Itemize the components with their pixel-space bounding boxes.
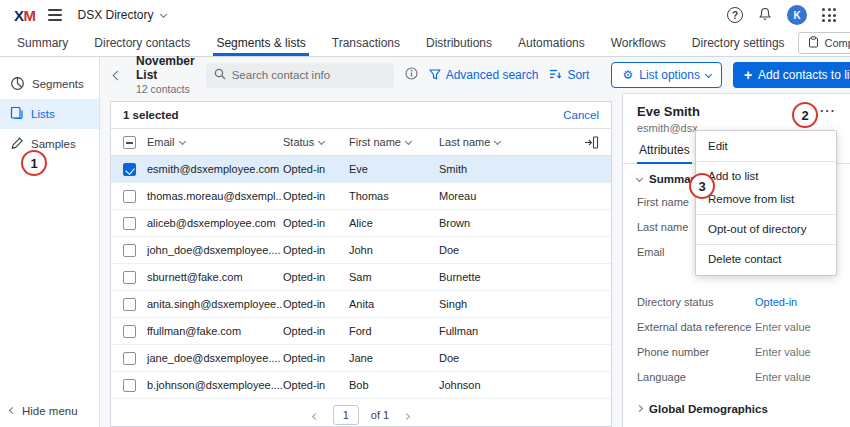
table-row[interactable]: ffullman@fake.com Opted-in Ford Fullman: [111, 318, 611, 345]
tab-directory-settings[interactable]: Directory settings: [679, 30, 798, 56]
annotation-circle-2: 2: [792, 102, 818, 128]
sort-button[interactable]: Sort: [549, 68, 589, 83]
xm-logo-x: X: [14, 7, 24, 24]
tab-summary[interactable]: Summary: [4, 30, 81, 56]
row-checkbox[interactable]: [123, 271, 136, 284]
samples-icon: [10, 136, 24, 152]
column-header-email[interactable]: Email: [147, 136, 283, 148]
field-value-directory-status[interactable]: Opted-in: [755, 296, 797, 308]
gear-icon: ⚙: [622, 69, 633, 81]
tab-segments-and-lists[interactable]: Segments & lists: [203, 30, 318, 56]
advanced-search-button[interactable]: Advanced search: [429, 68, 539, 83]
topbar-actions: ? K: [727, 5, 836, 25]
global-demographics-toggle[interactable]: Global Demographics: [623, 403, 850, 415]
table-row[interactable]: sburnett@fake.com Opted-in Sam Burnette: [111, 264, 611, 291]
menu-item-delete-contact[interactable]: Delete contact: [696, 248, 836, 271]
cell-last-name: Doe: [439, 352, 611, 364]
hamburger-menu-icon[interactable]: [48, 9, 62, 21]
menu-item-remove-from-list[interactable]: Remove from list: [696, 188, 836, 211]
field-value[interactable]: Enter value: [755, 346, 811, 358]
column-header-first-name[interactable]: First name: [349, 136, 439, 148]
field-label: Phone number: [637, 346, 755, 358]
tab-workflows[interactable]: Workflows: [598, 30, 679, 56]
table-row[interactable]: jane_doe@dsxemployee.... Opted-in Jane D…: [111, 345, 611, 372]
row-checkbox[interactable]: [123, 163, 136, 176]
plus-icon: +: [744, 68, 752, 82]
xm-logo-m: M: [24, 7, 36, 24]
table-row[interactable]: thomas.moreau@dsxempl... Opted-in Thomas…: [111, 183, 611, 210]
field-value[interactable]: Enter value: [755, 321, 811, 333]
table-row[interactable]: john_doe@dsxemployee.... Opted-in John D…: [111, 237, 611, 264]
cell-first-name: Sam: [349, 271, 439, 283]
back-chevron-button[interactable]: [110, 64, 125, 86]
cell-last-name: Smith: [439, 163, 611, 175]
table-header-row: Email Status First name Last name: [111, 129, 611, 156]
select-all-checkbox[interactable]: [123, 136, 136, 149]
cell-status: Opted-in: [283, 190, 349, 202]
menu-divider: [696, 244, 836, 245]
search-input[interactable]: [232, 69, 386, 81]
cancel-selection-button[interactable]: Cancel: [563, 109, 599, 121]
field-value[interactable]: Enter value: [755, 371, 811, 383]
directory-switcher[interactable]: DSX Directory: [78, 8, 166, 22]
table-row[interactable]: anita.singh@dsxemployee... Opted-in Anit…: [111, 291, 611, 318]
more-options-button[interactable]: ⋯: [815, 99, 840, 123]
row-checkbox[interactable]: [123, 190, 136, 203]
row-checkbox[interactable]: [123, 298, 136, 311]
column-header-last-name[interactable]: Last name: [439, 136, 569, 148]
add-contacts-to-list-button[interactable]: + Add contacts to list: [733, 62, 850, 88]
notifications-bell-icon[interactable]: [758, 7, 772, 24]
sidebar-item-lists[interactable]: Lists: [0, 99, 99, 129]
chevron-down-icon: [178, 137, 185, 144]
cell-first-name: Eve: [349, 163, 439, 175]
column-settings-icon[interactable]: [569, 136, 611, 149]
body: Segments Lists Samples Hide menu Novembe…: [0, 57, 850, 427]
cell-status: Opted-in: [283, 244, 349, 256]
table-row[interactable]: aliceb@dsxemployee.com Opted-in Alice Br…: [111, 210, 611, 237]
app-grid-icon[interactable]: [822, 8, 836, 22]
field-row: Phone number Enter value: [623, 339, 850, 364]
tab-distributions[interactable]: Distributions: [413, 30, 505, 56]
column-header-status[interactable]: Status: [283, 136, 349, 148]
row-checkbox[interactable]: [123, 379, 136, 392]
cell-email: ffullman@fake.com: [147, 325, 283, 337]
list-title-block: November List 12 contacts: [136, 55, 195, 95]
row-checkbox[interactable]: [123, 352, 136, 365]
sidebar-item-samples[interactable]: Samples: [0, 129, 99, 159]
next-page-chevron[interactable]: [401, 406, 412, 424]
tab-automations[interactable]: Automations: [505, 30, 598, 56]
menu-item-add-to-list[interactable]: Add to list: [696, 165, 836, 188]
contact-detail-panel: Eve Smith esmith@dsx... ⋯ Attributes Sum…: [622, 93, 850, 427]
cell-status: Opted-in: [283, 271, 349, 283]
cell-email: jane_doe@dsxemployee....: [147, 352, 283, 364]
tab-transactions[interactable]: Transactions: [319, 30, 413, 56]
sidebar-item-segments[interactable]: Segments: [0, 69, 99, 99]
xm-logo[interactable]: X M: [14, 7, 36, 24]
chevron-right-icon: [636, 404, 643, 411]
row-checkbox[interactable]: [123, 217, 136, 230]
table-row[interactable]: b.johnson@dsxemployee.... Opted-in Bob J…: [111, 372, 611, 399]
tab-directory-contacts[interactable]: Directory contacts: [81, 30, 203, 56]
search-icon: [214, 68, 226, 83]
row-checkbox[interactable]: [123, 244, 136, 257]
list-options-button[interactable]: ⚙ List options: [611, 62, 721, 88]
previous-page-chevron[interactable]: [310, 406, 321, 424]
menu-item-opt-out[interactable]: Opt-out of directory: [696, 218, 836, 241]
cell-email: anita.singh@dsxemployee...: [147, 298, 283, 310]
global-demographics-label: Global Demographics: [649, 403, 768, 415]
tab-attributes[interactable]: Attributes: [637, 140, 692, 164]
complete-button[interactable]: Complete: [798, 32, 850, 54]
complete-button-label: Complete: [825, 37, 850, 49]
menu-item-edit[interactable]: Edit: [696, 135, 836, 158]
current-page-box[interactable]: 1: [333, 405, 359, 425]
row-checkbox[interactable]: [123, 325, 136, 338]
user-avatar[interactable]: K: [787, 5, 807, 25]
pagination: 1 of 1: [111, 399, 611, 427]
cell-email: sburnett@fake.com: [147, 271, 283, 283]
hide-menu-button[interactable]: Hide menu: [0, 395, 99, 427]
field-label: Language: [637, 371, 755, 383]
table-row[interactable]: esmith@dsxemployee.com Opted-in Eve Smit…: [111, 156, 611, 183]
info-icon[interactable]: [405, 67, 418, 83]
field-label: External data reference: [637, 321, 755, 333]
help-icon[interactable]: ?: [727, 7, 743, 23]
